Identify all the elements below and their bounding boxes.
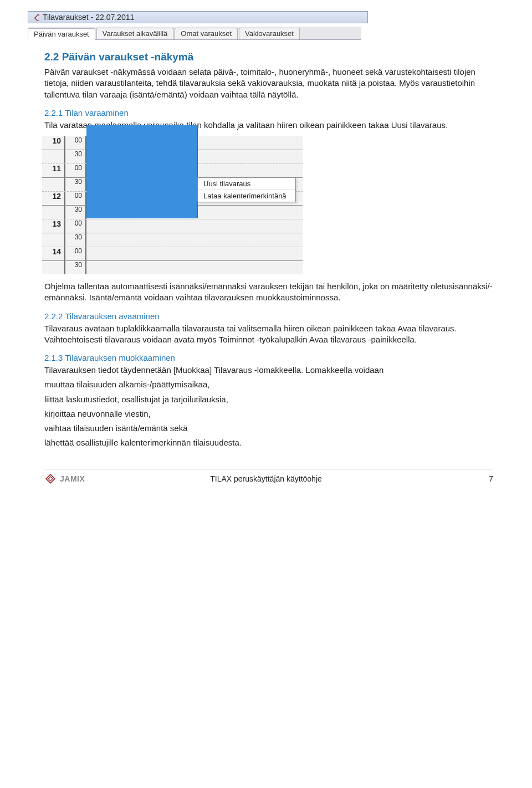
ctx-uusi-tilavaraus[interactable]: Uusi tilavaraus: [198, 178, 295, 190]
bullet-1: liittää laskutustiedot, osallistujat ja …: [44, 394, 493, 405]
window-title: Tilavaraukset - 22.07.2011: [43, 13, 134, 22]
para-2-2-2: Tilavaraus avataan tuplaklikkaamalla til…: [44, 323, 493, 346]
footer-doc-title: TILAX peruskäyttäjän käyttöohje: [210, 474, 322, 483]
svg-rect-1: [46, 474, 55, 483]
bullet-4: lähettää osallistujille kalenterimerkinn…: [44, 437, 493, 448]
cal-min-30: 30: [65, 150, 86, 163]
cal-min-30: 30: [65, 261, 86, 274]
svg-rect-0: [35, 14, 39, 21]
cal-hour-14: 14: [42, 247, 65, 260]
cal-min-30: 30: [65, 178, 86, 191]
bullet-0: muuttaa tilaisuuden alkamis-/päättymisai…: [44, 379, 493, 390]
cal-hour-13: 13: [42, 219, 65, 233]
page-footer: JAMIX TILAX peruskäyttäjän käyttöohje 7: [44, 469, 493, 485]
jamix-diamond-icon: [44, 473, 57, 485]
cal-hour-12: 12: [42, 192, 65, 205]
cal-hour-10: 10: [42, 136, 65, 150]
heading-2-2-1: 2.2.1 Tilan varaaminen: [44, 108, 493, 117]
tab-omat-varaukset[interactable]: Omat varaukset: [175, 28, 238, 39]
heading-2-2-2: 2.2.2 Tilavarauksen avaaminen: [44, 311, 493, 321]
para-2-2: Päivän varaukset -näkymässä voidaan sela…: [44, 66, 493, 100]
logo-text: JAMIX: [60, 474, 85, 483]
context-menu: Uusi tilavaraus Lataa kalenterimerkintän…: [197, 177, 296, 202]
ctx-lataa-kalenterimerkintana[interactable]: Lataa kalenterimerkintänä: [198, 190, 295, 202]
tab-varaukset-aikavalilla[interactable]: Varaukset aikavälillä: [96, 28, 174, 39]
page-number: 7: [489, 474, 493, 483]
cal-min-30: 30: [65, 233, 86, 247]
cal-min-00: 00: [65, 219, 86, 233]
tab-bar: Päivän varaukset Varaukset aikavälillä O…: [28, 27, 361, 40]
cal-min-00: 00: [65, 192, 86, 205]
bullet-2: kirjoittaa neuvonnalle viestin,: [44, 408, 493, 419]
cal-hour-11: 11: [42, 164, 65, 177]
window-titlebar: Tilavaraukset - 22.07.2011: [28, 11, 368, 23]
time-selection-highlight[interactable]: [86, 125, 198, 218]
heading-2-1-3: 2.1.3 Tilavarauksen muokkaaminen: [44, 353, 493, 362]
tab-vakiovaraukset[interactable]: Vakiovaraukset: [239, 28, 300, 39]
jamix-logo: JAMIX: [44, 473, 85, 485]
app-icon: [32, 13, 39, 21]
para-after-calendar: Ohjelma tallentaa automaattisesti isännä…: [44, 281, 493, 304]
heading-2-2: 2.2 Päivän varaukset -näkymä: [44, 51, 493, 63]
cal-min-00: 00: [65, 136, 86, 150]
para-2-1-3a: Tilavarauksen tiedot täydennetään [Muokk…: [44, 365, 493, 376]
bullet-3: vaihtaa tilaisuuden isäntä/emäntä sekä: [44, 423, 493, 434]
cal-min-30: 30: [65, 206, 86, 219]
cal-min-00: 00: [65, 247, 86, 260]
cal-min-00: 00: [65, 164, 86, 177]
calendar-screenshot: 1000 30 1100 30 1200 Uusi tilavaraus Lat…: [42, 136, 303, 274]
tab-paivan-varaukset[interactable]: Päivän varaukset: [28, 28, 95, 40]
svg-rect-2: [48, 477, 53, 481]
